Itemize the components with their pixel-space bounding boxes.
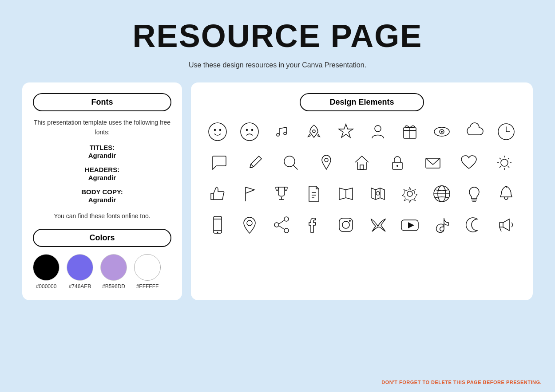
cards-row: Fonts This presentation template uses th… <box>22 82 533 300</box>
font-label-titles: TITLES: <box>90 144 115 151</box>
colors-section: Colors #000000 #746AEB #B596DD #FFFFFF <box>33 229 171 290</box>
find-fonts-text: You can find these fonts online too. <box>33 211 171 221</box>
svg-point-57 <box>342 221 349 228</box>
lightbulb-icon <box>461 180 488 207</box>
svg-point-0 <box>209 123 226 141</box>
footer-note: DON'T FORGET TO DELETE THIS PAGE BEFORE … <box>381 380 542 385</box>
swatch-label-white: #FFFFFF <box>136 283 159 290</box>
swatch-label-lavender: #B596DD <box>102 283 125 290</box>
svg-point-10 <box>375 125 381 132</box>
swatch-circle-black <box>33 254 59 281</box>
gear-icon <box>396 180 423 207</box>
clock-icon <box>493 118 519 145</box>
tiktok-icon <box>428 212 455 238</box>
eye-icon <box>428 118 455 145</box>
icons-grid <box>202 118 522 238</box>
gift-icon <box>396 118 423 145</box>
rocket-icon <box>301 118 327 145</box>
design-elements-badge: Design Elements <box>300 93 424 111</box>
svg-line-54 <box>279 220 284 224</box>
right-card: Design Elements <box>191 82 533 300</box>
svg-point-52 <box>284 228 289 233</box>
svg-point-50 <box>247 220 252 226</box>
svg-point-2 <box>220 129 221 131</box>
colors-badge: Colors <box>33 229 171 247</box>
cloud-icon <box>461 118 488 145</box>
font-name-titles: Agrandir <box>88 152 116 159</box>
share-icon <box>268 212 295 238</box>
icons-row-4 <box>202 212 522 238</box>
font-name-body: Agrandir <box>88 196 116 204</box>
svg-point-58 <box>349 220 351 222</box>
page-subtitle: Use these design resources in your Canva… <box>189 61 366 69</box>
sad-face-icon <box>236 118 263 145</box>
svg-line-28 <box>500 158 501 159</box>
chat-bubble-icon <box>206 149 233 176</box>
globe-icon <box>428 180 455 207</box>
design-elements-header: Design Elements <box>202 93 522 111</box>
swatch-purple: #746AEB <box>67 254 93 290</box>
fonts-badge: Fonts <box>33 93 171 111</box>
font-label-headers: HEADERS: <box>85 166 119 173</box>
icons-row-3 <box>202 180 522 207</box>
font-label-body: BODY COPY: <box>81 188 123 196</box>
trophy-icon <box>268 180 295 207</box>
search-icon <box>278 149 304 176</box>
svg-point-21 <box>396 165 398 167</box>
svg-point-8 <box>313 130 315 133</box>
mobile-icon <box>204 212 231 238</box>
star-icon <box>333 118 359 145</box>
svg-rect-56 <box>339 218 353 231</box>
smiley-icon <box>204 118 231 145</box>
svg-point-18 <box>325 158 328 162</box>
svg-line-30 <box>508 158 509 159</box>
svg-point-3 <box>241 123 258 141</box>
open-book-icon <box>333 180 359 207</box>
swatch-label-black: #000000 <box>36 283 57 290</box>
colors-swatches: #000000 #746AEB #B596DD #FFFFFF <box>33 254 171 290</box>
megaphone-icon <box>493 212 519 238</box>
svg-point-15 <box>441 131 443 133</box>
icons-row-1 <box>202 118 522 145</box>
location-pin-icon <box>236 212 263 238</box>
facebook-icon <box>301 212 327 238</box>
pencil-icon <box>242 149 268 176</box>
swatch-circle-purple <box>67 254 93 281</box>
font-name-headers: Agrandir <box>88 174 116 181</box>
instagram-icon <box>333 212 359 238</box>
svg-point-17 <box>284 156 295 167</box>
twitter-icon <box>365 212 391 238</box>
swatch-circle-lavender <box>100 254 127 281</box>
youtube-icon <box>396 212 423 238</box>
svg-point-4 <box>246 129 248 131</box>
svg-rect-19 <box>360 165 364 169</box>
svg-point-23 <box>501 159 508 166</box>
swatch-white: #FFFFFF <box>134 254 161 290</box>
svg-line-29 <box>508 166 509 168</box>
lock-icon <box>384 149 411 176</box>
moon-icon <box>461 212 488 238</box>
sun-icon <box>491 149 518 176</box>
flag-icon <box>236 180 263 207</box>
svg-point-51 <box>284 217 289 221</box>
swatch-lavender: #B596DD <box>100 254 127 290</box>
svg-point-49 <box>217 232 218 233</box>
swatch-black: #000000 <box>33 254 59 290</box>
svg-marker-60 <box>408 222 414 228</box>
heart-icon <box>456 149 482 176</box>
svg-point-39 <box>407 191 412 196</box>
font-group-headers: HEADERS: Agrandir <box>33 166 171 182</box>
swatch-circle-white <box>134 254 161 281</box>
font-group-titles: TITLES: Agrandir <box>33 144 171 160</box>
fonts-description: This presentation template uses the foll… <box>33 118 171 137</box>
house-icon <box>349 149 375 176</box>
svg-point-1 <box>214 129 216 131</box>
map-icon <box>365 180 391 207</box>
music-notes-icon <box>268 118 295 145</box>
person-icon <box>365 118 391 145</box>
svg-point-38 <box>376 192 380 195</box>
envelope-icon <box>420 149 446 176</box>
left-card: Fonts This presentation template uses th… <box>22 82 182 300</box>
svg-point-5 <box>252 129 253 131</box>
svg-point-53 <box>274 223 279 227</box>
